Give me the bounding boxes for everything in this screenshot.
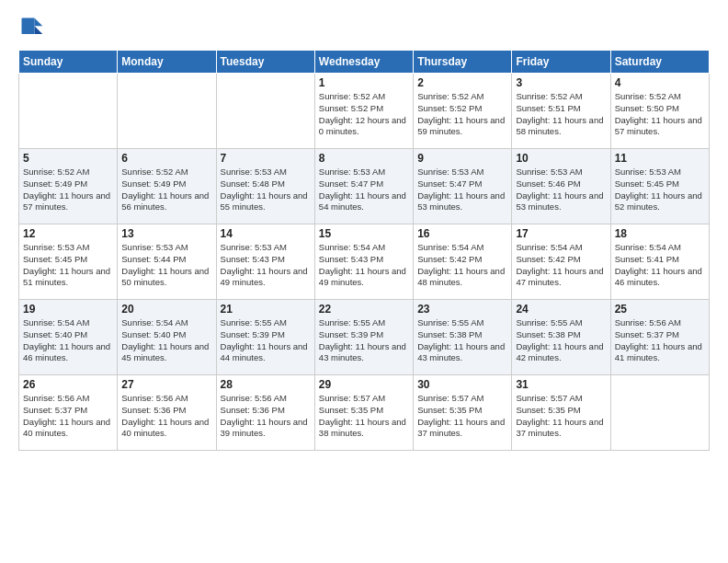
day-number: 2 <box>417 76 507 89</box>
svg-rect-2 <box>22 18 35 35</box>
day-info: Sunrise: 5:54 AM Sunset: 5:40 PM Dayligh… <box>23 317 113 364</box>
day-number: 9 <box>417 152 507 165</box>
calendar-cell <box>610 375 709 451</box>
weekday-header: Thursday <box>414 51 512 74</box>
svg-marker-1 <box>35 26 43 34</box>
day-number: 7 <box>221 152 311 165</box>
day-info: Sunrise: 5:52 AM Sunset: 5:52 PM Dayligh… <box>417 91 507 138</box>
page: SundayMondayTuesdayWednesdayThursdayFrid… <box>0 0 728 563</box>
day-info: Sunrise: 5:53 AM Sunset: 5:45 PM Dayligh… <box>23 242 113 289</box>
day-info: Sunrise: 5:52 AM Sunset: 5:49 PM Dayligh… <box>121 167 211 213</box>
day-info: Sunrise: 5:53 AM Sunset: 5:47 PM Dayligh… <box>319 167 409 213</box>
svg-marker-0 <box>35 18 43 27</box>
header <box>18 15 710 40</box>
day-info: Sunrise: 5:54 AM Sunset: 5:43 PM Dayligh… <box>319 242 409 289</box>
calendar-cell: 27Sunrise: 5:56 AM Sunset: 5:36 PM Dayli… <box>118 375 216 451</box>
day-info: Sunrise: 5:55 AM Sunset: 5:38 PM Dayligh… <box>417 317 507 364</box>
day-number: 25 <box>615 303 705 316</box>
day-info: Sunrise: 5:56 AM Sunset: 5:36 PM Dayligh… <box>121 393 211 440</box>
calendar-cell: 8Sunrise: 5:53 AM Sunset: 5:47 PM Daylig… <box>314 149 413 224</box>
weekday-header: Friday <box>512 51 610 74</box>
day-number: 8 <box>319 152 409 165</box>
day-number: 15 <box>319 227 409 240</box>
day-info: Sunrise: 5:54 AM Sunset: 5:42 PM Dayligh… <box>516 242 606 289</box>
calendar-cell: 22Sunrise: 5:55 AM Sunset: 5:39 PM Dayli… <box>314 300 413 375</box>
day-info: Sunrise: 5:57 AM Sunset: 5:35 PM Dayligh… <box>516 393 606 440</box>
calendar-cell: 13Sunrise: 5:53 AM Sunset: 5:44 PM Dayli… <box>118 224 216 300</box>
calendar-cell: 14Sunrise: 5:53 AM Sunset: 5:43 PM Dayli… <box>216 224 314 300</box>
day-number: 24 <box>516 303 606 316</box>
day-number: 13 <box>121 227 211 240</box>
calendar-week-row: 12Sunrise: 5:53 AM Sunset: 5:45 PM Dayli… <box>19 224 710 300</box>
calendar-week-row: 26Sunrise: 5:56 AM Sunset: 5:37 PM Dayli… <box>19 375 710 451</box>
calendar-cell: 12Sunrise: 5:53 AM Sunset: 5:45 PM Dayli… <box>19 224 118 300</box>
day-number: 26 <box>23 378 113 391</box>
calendar-cell: 19Sunrise: 5:54 AM Sunset: 5:40 PM Dayli… <box>19 300 118 375</box>
day-number: 21 <box>221 303 311 316</box>
calendar-cell <box>118 74 216 149</box>
weekday-header: Wednesday <box>314 51 413 74</box>
calendar-cell: 31Sunrise: 5:57 AM Sunset: 5:35 PM Dayli… <box>512 375 610 451</box>
day-number: 12 <box>23 227 113 240</box>
logo-icon <box>18 15 44 40</box>
day-number: 11 <box>615 152 705 165</box>
day-info: Sunrise: 5:53 AM Sunset: 5:43 PM Dayligh… <box>221 242 311 289</box>
day-info: Sunrise: 5:54 AM Sunset: 5:42 PM Dayligh… <box>417 242 507 289</box>
logo <box>18 15 48 40</box>
calendar-cell: 4Sunrise: 5:52 AM Sunset: 5:50 PM Daylig… <box>610 74 709 149</box>
day-info: Sunrise: 5:57 AM Sunset: 5:35 PM Dayligh… <box>417 393 507 440</box>
day-number: 6 <box>121 152 211 165</box>
calendar-cell: 18Sunrise: 5:54 AM Sunset: 5:41 PM Dayli… <box>610 224 709 300</box>
calendar-cell <box>216 74 314 149</box>
day-info: Sunrise: 5:55 AM Sunset: 5:39 PM Dayligh… <box>319 317 409 364</box>
calendar-week-row: 5Sunrise: 5:52 AM Sunset: 5:49 PM Daylig… <box>19 149 710 224</box>
calendar-cell: 17Sunrise: 5:54 AM Sunset: 5:42 PM Dayli… <box>512 224 610 300</box>
calendar-cell: 16Sunrise: 5:54 AM Sunset: 5:42 PM Dayli… <box>414 224 512 300</box>
day-number: 22 <box>319 303 409 316</box>
calendar-cell: 28Sunrise: 5:56 AM Sunset: 5:36 PM Dayli… <box>216 375 314 451</box>
calendar-cell: 21Sunrise: 5:55 AM Sunset: 5:39 PM Dayli… <box>216 300 314 375</box>
calendar-cell: 9Sunrise: 5:53 AM Sunset: 5:47 PM Daylig… <box>414 149 512 224</box>
day-number: 19 <box>23 303 113 316</box>
calendar-cell: 7Sunrise: 5:53 AM Sunset: 5:48 PM Daylig… <box>216 149 314 224</box>
day-info: Sunrise: 5:53 AM Sunset: 5:46 PM Dayligh… <box>516 167 606 213</box>
day-number: 5 <box>23 152 113 165</box>
calendar-cell: 24Sunrise: 5:55 AM Sunset: 5:38 PM Dayli… <box>512 300 610 375</box>
day-info: Sunrise: 5:53 AM Sunset: 5:47 PM Dayligh… <box>417 167 507 213</box>
day-info: Sunrise: 5:52 AM Sunset: 5:49 PM Dayligh… <box>23 167 113 213</box>
calendar: SundayMondayTuesdayWednesdayThursdayFrid… <box>18 50 710 451</box>
calendar-week-row: 19Sunrise: 5:54 AM Sunset: 5:40 PM Dayli… <box>19 300 710 375</box>
calendar-cell: 25Sunrise: 5:56 AM Sunset: 5:37 PM Dayli… <box>610 300 709 375</box>
calendar-cell: 3Sunrise: 5:52 AM Sunset: 5:51 PM Daylig… <box>512 74 610 149</box>
day-number: 17 <box>516 227 606 240</box>
day-number: 4 <box>615 76 705 89</box>
day-info: Sunrise: 5:56 AM Sunset: 5:36 PM Dayligh… <box>221 393 311 440</box>
day-info: Sunrise: 5:54 AM Sunset: 5:41 PM Dayligh… <box>615 242 705 289</box>
day-number: 27 <box>121 378 211 391</box>
weekday-header: Sunday <box>19 51 118 74</box>
calendar-cell: 29Sunrise: 5:57 AM Sunset: 5:35 PM Dayli… <box>314 375 413 451</box>
day-number: 18 <box>615 227 705 240</box>
weekday-header: Monday <box>118 51 216 74</box>
calendar-cell: 15Sunrise: 5:54 AM Sunset: 5:43 PM Dayli… <box>314 224 413 300</box>
weekday-header: Saturday <box>610 51 709 74</box>
day-info: Sunrise: 5:55 AM Sunset: 5:39 PM Dayligh… <box>221 317 311 364</box>
day-info: Sunrise: 5:53 AM Sunset: 5:48 PM Dayligh… <box>221 167 311 213</box>
day-number: 29 <box>319 378 409 391</box>
day-number: 28 <box>221 378 311 391</box>
day-number: 23 <box>417 303 507 316</box>
day-number: 31 <box>516 378 606 391</box>
calendar-cell: 23Sunrise: 5:55 AM Sunset: 5:38 PM Dayli… <box>414 300 512 375</box>
day-info: Sunrise: 5:55 AM Sunset: 5:38 PM Dayligh… <box>516 317 606 364</box>
calendar-cell: 2Sunrise: 5:52 AM Sunset: 5:52 PM Daylig… <box>414 74 512 149</box>
calendar-cell: 1Sunrise: 5:52 AM Sunset: 5:52 PM Daylig… <box>314 74 413 149</box>
day-number: 30 <box>417 378 507 391</box>
day-info: Sunrise: 5:52 AM Sunset: 5:52 PM Dayligh… <box>319 91 409 138</box>
weekday-header-row: SundayMondayTuesdayWednesdayThursdayFrid… <box>19 51 710 74</box>
day-info: Sunrise: 5:56 AM Sunset: 5:37 PM Dayligh… <box>23 393 113 440</box>
weekday-header: Tuesday <box>216 51 314 74</box>
day-info: Sunrise: 5:52 AM Sunset: 5:50 PM Dayligh… <box>615 91 705 138</box>
day-number: 20 <box>121 303 211 316</box>
day-info: Sunrise: 5:54 AM Sunset: 5:40 PM Dayligh… <box>121 317 211 364</box>
day-number: 1 <box>319 76 409 89</box>
